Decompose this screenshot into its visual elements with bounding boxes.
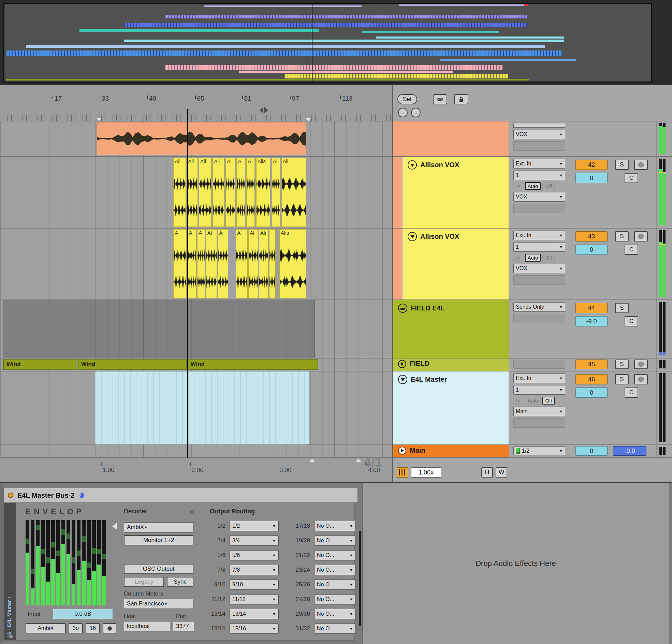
legacy-button[interactable]: Legacy [124,577,164,587]
output-channel-box[interactable] [513,141,565,151]
sends-lines-icon[interactable] [398,303,407,313]
monitor-auto-button[interactable]: Auto [525,182,541,190]
order-button[interactable]: 3o [69,623,83,633]
solo-button[interactable]: S [615,160,629,170]
routing-output-dropdown[interactable]: 9/10▼ [230,580,279,590]
audio-clip[interactable]: A [236,158,245,227]
audio-clip[interactable]: Al [248,229,258,298]
routing-output-dropdown[interactable]: No O...▼ [314,594,356,605]
routing-output-dropdown[interactable]: 5/6▼ [230,550,279,560]
lane-field-e4l[interactable] [0,300,392,358]
track-name[interactable]: Allison VOX [420,232,459,240]
output-type-dropdown[interactable]: VOX▼ [513,130,565,139]
audio-clip[interactable] [97,122,306,155]
track-number-box[interactable]: 44 [575,303,608,313]
host-field[interactable]: localhost [124,621,170,631]
audio-clip[interactable]: A [188,229,196,298]
audio-clip[interactable]: Al [206,229,217,298]
output-channel-box[interactable] [513,360,565,369]
audition-waveform-button[interactable] [397,467,408,478]
follow-link-button[interactable] [433,94,447,104]
track-play-icon[interactable] [398,360,406,368]
arm-button[interactable] [634,374,648,384]
track-number-box[interactable]: 45 [575,359,608,369]
track-name[interactable]: Main [410,446,425,454]
track-header[interactable]: Allison VOX [393,157,508,228]
track-width-button[interactable]: W [496,467,507,478]
output-channel-box[interactable] [513,418,565,428]
output-channel-box[interactable] [513,275,565,285]
monitor-auto-button[interactable]: Auto [525,254,541,262]
audio-clip[interactable]: Ali [259,229,268,298]
routing-output-dropdown[interactable]: No O...▼ [314,623,356,634]
track-fold-icon[interactable] [408,232,417,241]
output-channel-dropdown[interactable]: 1/2▼ [513,446,565,455]
decoder-format-dropdown[interactable]: AmbiX▼ [124,522,193,533]
lane-group-vox[interactable] [0,121,392,157]
routing-output-dropdown[interactable]: 13/14▼ [230,609,279,619]
track-fold-icon[interactable] [398,375,407,384]
audio-clip[interactable]: Ali [281,158,306,227]
beat-time-ruler[interactable]: 173349658197113 [0,85,392,121]
track-header[interactable] [393,121,508,156]
routing-output-dropdown[interactable]: No O...▼ [314,550,356,560]
routing-output-dropdown[interactable]: 3/4▼ [230,536,279,546]
loop-marker[interactable] [260,107,268,113]
audio-clip[interactable]: Al [226,158,235,227]
device-title-bar[interactable]: E4L Master Bus-2 [3,488,358,503]
nudge-forward-button[interactable]: → [411,108,421,117]
volume-box[interactable]: 0 [575,173,608,183]
volume-box[interactable]: 0 [575,387,608,398]
monitor-button[interactable]: Monitor 1+2 [124,535,193,546]
channel-count-button[interactable]: 16 [86,623,100,633]
audio-clip[interactable]: Wind [78,359,187,370]
track-header[interactable]: Allison VOX [393,228,508,299]
audio-region[interactable] [95,371,309,444]
audio-clip[interactable]: A [197,229,205,298]
pan-button[interactable]: C [625,387,638,398]
device-side-strip[interactable]: 16 · E4L Master ↓ [4,503,16,640]
track-header[interactable]: E4L Master [393,371,508,444]
audio-clip[interactable]: Ali [199,158,212,227]
lock-button[interactable] [454,94,468,104]
lane-field[interactable]: WindWindWind [0,358,392,371]
audio-clip[interactable]: A [236,229,248,298]
routing-output-dropdown[interactable]: 7/8▼ [230,565,279,575]
audio-clip[interactable]: Ali [173,158,186,227]
arrangement-overview[interactable] [3,3,652,83]
audio-clip[interactable]: Al [272,158,280,227]
port-field[interactable]: 3377 [173,621,194,631]
output-type-dropdown[interactable]: Main▼ [513,407,565,416]
routing-output-dropdown[interactable]: 1/2▼ [230,521,279,531]
input-gain-box[interactable]: 0.0 dB [53,609,113,619]
routing-output-dropdown[interactable]: No O...▼ [314,521,356,531]
track-name[interactable]: E4L Master [411,375,447,383]
audio-clip[interactable]: A [218,229,228,298]
routing-output-dropdown[interactable]: No O...▼ [314,580,356,590]
routing-output-dropdown[interactable]: 11/12▼ [230,594,279,605]
meter-scale-pointer[interactable] [112,523,117,530]
output-type-dropdown[interactable]: VOX▼ [513,192,565,202]
drop-audio-effects-area[interactable]: Drop Audio Effects Here [362,483,669,644]
ambix-format-button[interactable]: AmbiX [26,623,66,633]
osc-output-button[interactable]: OSC Output [124,564,193,574]
volume-box[interactable]: 0 [575,446,608,456]
monitor-in-button[interactable]: In [513,254,523,262]
routing-output-dropdown[interactable]: No O...▼ [314,609,356,619]
volume-db-box[interactable]: -9.0 [613,446,646,456]
track-header[interactable]: FIELD [393,358,508,371]
track-height-button[interactable]: H [481,467,493,478]
track-name[interactable]: Allison VOX [420,161,459,169]
routing-output-dropdown[interactable]: No O...▼ [314,565,356,575]
set-button[interactable]: Set [397,94,417,104]
output-type-dropdown[interactable]: Sends Only▼ [513,302,565,312]
arm-button[interactable] [634,359,648,369]
output-type-dropdown[interactable]: VOX▼ [513,264,565,273]
lane-allison-vox-2[interactable]: AAAAlAAAlAliAlis [0,228,392,300]
playback-speed-box[interactable]: 1.00x [411,467,441,478]
track-name[interactable]: FIELD E4L [411,304,445,312]
monitor-off-button[interactable]: Off [542,254,555,262]
solo-button[interactable]: S [615,231,629,241]
audio-clip[interactable]: A [246,158,255,227]
track-header[interactable]: Main [393,445,508,457]
